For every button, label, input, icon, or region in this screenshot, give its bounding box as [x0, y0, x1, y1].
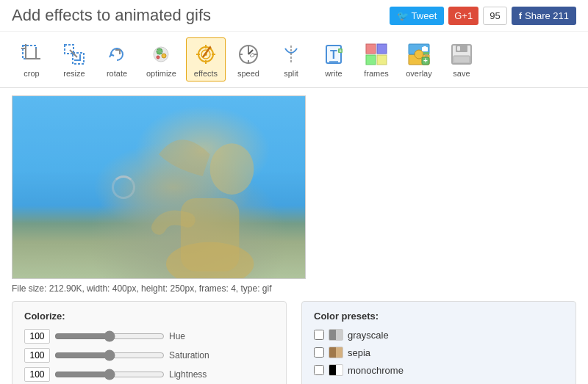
- svg-rect-46: [423, 52, 429, 54]
- twitter-bird-icon: 🐦: [397, 10, 409, 21]
- svg-rect-44: [423, 46, 426, 48]
- overlay-icon: +: [406, 41, 432, 68]
- gplus-count: 95: [483, 7, 506, 25]
- write-label: write: [325, 69, 342, 78]
- tool-speed[interactable]: speed: [229, 37, 268, 81]
- effects-icon: [193, 41, 219, 68]
- svg-point-11: [157, 56, 159, 59]
- write-icon: T +: [320, 41, 347, 68]
- colorize-title: Colorize:: [24, 311, 274, 322]
- crop-icon: [18, 41, 45, 68]
- controls-area: Colorize: Hue Saturation Lightness: [12, 301, 576, 384]
- overlay-label: overlay: [406, 69, 431, 78]
- tweet-button[interactable]: 🐦 Tweet: [390, 7, 445, 25]
- social-buttons: 🐦 Tweet G+1 95 f Share 211: [390, 7, 576, 25]
- lightness-label: Lightness: [169, 369, 220, 380]
- facebook-f-icon: f: [519, 10, 522, 21]
- resize-icon: [61, 41, 87, 68]
- tool-write[interactable]: T + write: [314, 37, 354, 81]
- frames-icon: [363, 41, 390, 68]
- lightness-value[interactable]: [24, 367, 50, 382]
- grayscale-checkbox[interactable]: [314, 330, 324, 340]
- sepia-icon: [329, 347, 343, 358]
- tweet-label: Tweet: [412, 10, 437, 21]
- svg-text:+: +: [339, 48, 342, 54]
- tool-resize[interactable]: resize: [54, 37, 94, 81]
- split-icon: [278, 41, 304, 68]
- page-title: Add effects to animated gifs: [12, 6, 211, 25]
- main-content: File size: 212.90K, width: 400px, height…: [0, 88, 588, 384]
- grayscale-icon: [329, 329, 343, 341]
- tool-overlay[interactable]: + overlay: [399, 37, 439, 81]
- gplus-button[interactable]: G+1: [448, 7, 478, 25]
- hue-slider[interactable]: [54, 330, 165, 342]
- rotate-label: rotate: [107, 69, 127, 78]
- svg-rect-36: [366, 44, 376, 54]
- crop-label: crop: [24, 69, 39, 78]
- saturation-label: Saturation: [169, 350, 220, 361]
- speed-icon: [235, 41, 262, 68]
- svg-marker-29: [250, 53, 254, 57]
- hue-value[interactable]: [24, 329, 50, 344]
- tool-frames[interactable]: frames: [356, 37, 396, 81]
- statue-background: [12, 96, 305, 278]
- hue-label: Hue: [169, 331, 220, 341]
- svg-rect-37: [377, 44, 387, 54]
- optimize-icon: [148, 41, 174, 68]
- rotate-icon: [104, 41, 130, 68]
- svg-rect-51: [453, 56, 470, 63]
- preset-monochrome[interactable]: monochrome: [314, 364, 564, 376]
- svg-rect-38: [366, 55, 376, 65]
- tool-save[interactable]: save: [442, 37, 481, 81]
- monochrome-label: monochrome: [348, 365, 404, 376]
- grayscale-label: grayscale: [348, 330, 389, 341]
- image-preview: [12, 95, 306, 279]
- gplus-label: G+1: [454, 10, 473, 21]
- svg-point-10: [162, 54, 166, 58]
- speed-label: speed: [237, 69, 259, 78]
- saturation-value[interactable]: [24, 348, 50, 363]
- svg-text:T: T: [330, 48, 337, 61]
- tool-crop[interactable]: crop: [12, 37, 51, 81]
- presets-title: Color presets:: [314, 311, 564, 322]
- header: Add effects to animated gifs 🐦 Tweet G+1…: [0, 0, 588, 32]
- save-icon: [448, 41, 475, 68]
- svg-rect-52: [457, 46, 460, 51]
- monochrome-icon: [329, 364, 343, 376]
- presets-panel: Color presets: grayscale sepia monochrom…: [301, 301, 576, 384]
- preset-sepia[interactable]: sepia: [314, 347, 564, 358]
- sepia-label: sepia: [348, 347, 370, 358]
- svg-rect-39: [377, 55, 387, 65]
- file-info: File size: 212.90K, width: 400px, height…: [12, 283, 576, 294]
- saturation-slider[interactable]: [54, 349, 165, 361]
- svg-text:+: +: [423, 57, 428, 65]
- tool-rotate[interactable]: rotate: [97, 37, 137, 81]
- colorize-panel: Colorize: Hue Saturation Lightness: [12, 301, 287, 384]
- hue-row: Hue: [24, 329, 274, 344]
- tool-split[interactable]: split: [271, 37, 311, 81]
- sepia-checkbox[interactable]: [314, 347, 324, 358]
- resize-label: resize: [63, 69, 85, 78]
- svg-rect-0: [23, 46, 36, 59]
- toolbar: crop resize rotate: [0, 32, 588, 88]
- lightness-slider[interactable]: [54, 369, 165, 380]
- loading-indicator: [112, 175, 135, 199]
- facebook-share-button[interactable]: f Share 211: [512, 7, 576, 25]
- split-label: split: [284, 69, 298, 78]
- frames-label: frames: [364, 69, 389, 78]
- tool-optimize[interactable]: optimize: [140, 37, 183, 81]
- tool-effects[interactable]: effects: [186, 37, 226, 81]
- save-label: save: [453, 69, 470, 78]
- share-label: Share 211: [525, 10, 569, 21]
- optimize-label: optimize: [146, 69, 176, 78]
- preset-grayscale[interactable]: grayscale: [314, 329, 564, 341]
- effects-label: effects: [194, 69, 218, 78]
- saturation-row: Saturation: [24, 348, 274, 363]
- lightness-row: Lightness: [24, 367, 274, 382]
- monochrome-checkbox[interactable]: [314, 365, 324, 375]
